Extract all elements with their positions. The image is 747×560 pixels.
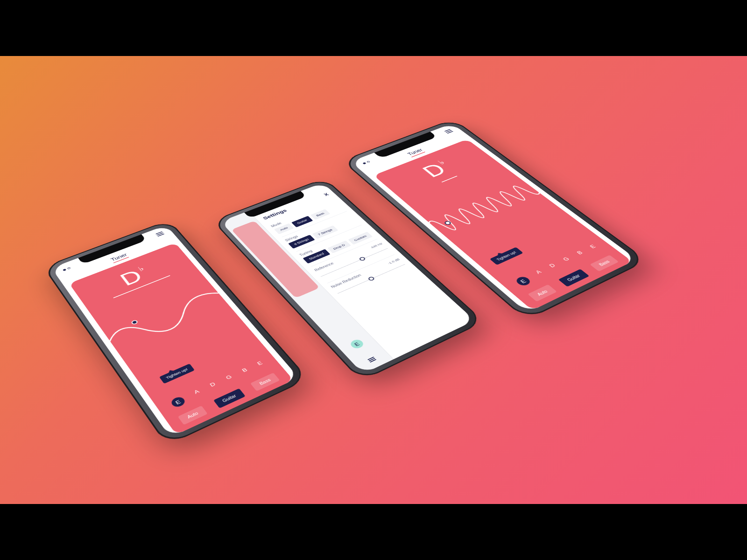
mode-auto[interactable]: Auto [528,284,557,301]
mockup-stage: Tuner D♭ Tighten up! E A D G [0,56,747,504]
string-a[interactable]: A [534,269,546,277]
preview-menu-icon [367,357,376,363]
tuning-tooltip: Tighten up! [159,364,195,384]
mode-bass[interactable]: Bass [250,373,280,391]
tuning-tooltip: Tighten up! [490,247,523,265]
mode-auto[interactable]: Auto [178,406,208,425]
mode-bass[interactable]: Bass [590,255,619,271]
pitch-indicator [444,220,452,225]
mode-guitar[interactable]: Guitar [558,269,589,287]
page-dots [63,267,70,271]
note-letter: D [417,160,452,181]
noise-slider[interactable] [367,276,375,281]
